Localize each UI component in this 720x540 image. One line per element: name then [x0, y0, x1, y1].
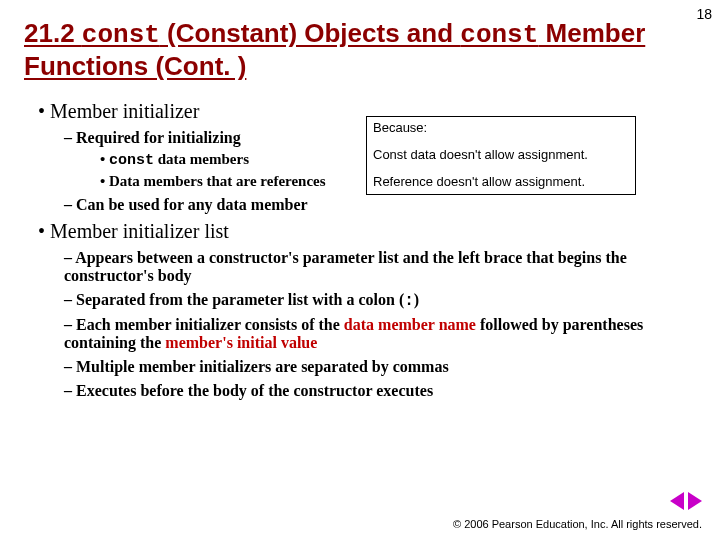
next-slide-button[interactable] — [688, 492, 702, 510]
callout-header: Because: — [373, 120, 629, 137]
sub-required-text: Required for initializing — [76, 129, 241, 146]
copyright-text: 2006 Pearson Education, Inc. All rights … — [464, 518, 702, 530]
callout-because: Because: Const data doesn't allow assign… — [366, 116, 636, 195]
bullet-member-initializer-list: Member initializer list Appears between … — [38, 220, 696, 400]
callout-line2: Reference doesn't allow assignment. — [373, 174, 629, 191]
each-red2: member's initial value — [165, 334, 317, 351]
sub-appears-between: Appears between a constructor's paramete… — [64, 249, 664, 285]
colon-kw: : — [404, 292, 414, 310]
copyright-symbol: © — [453, 518, 461, 530]
sub-separated-colon: Separated from the parameter list with a… — [64, 291, 696, 310]
each-pre: Each member initializer consists of the — [76, 316, 344, 333]
page-number: 18 — [696, 6, 712, 22]
colon-post: ) — [414, 291, 419, 308]
sub-executes-before: Executes before the body of the construc… — [64, 382, 696, 400]
title-kw2: const — [460, 20, 538, 50]
callout-line1: Const data doesn't allow assignment. — [373, 147, 629, 164]
bullet-label: Member initializer — [38, 100, 199, 122]
sub-each-member: Each member initializer consists of the … — [64, 316, 664, 352]
kw-const: const — [109, 152, 154, 169]
footer: © 2006 Pearson Education, Inc. All right… — [453, 518, 702, 530]
colon-pre: Separated from the parameter list with a… — [76, 291, 404, 308]
title-kw1: const — [82, 20, 160, 50]
each-red1: data member name — [344, 316, 476, 333]
prev-slide-button[interactable] — [670, 492, 684, 510]
sub-multiple-commas: Multiple member initializers are separat… — [64, 358, 696, 376]
sub-any-data-member: Can be used for any data member — [64, 196, 696, 214]
slide: 18 21.2 const (Constant) Objects and con… — [0, 0, 720, 540]
title-mid: (Constant) Objects and — [160, 18, 460, 48]
nav-buttons — [670, 492, 702, 510]
subsub-rest: data members — [154, 151, 249, 167]
title-prefix: 21.2 — [24, 18, 82, 48]
bullet-label-2: Member initializer list — [38, 220, 229, 242]
slide-title: 21.2 const (Constant) Objects and const … — [24, 18, 664, 82]
